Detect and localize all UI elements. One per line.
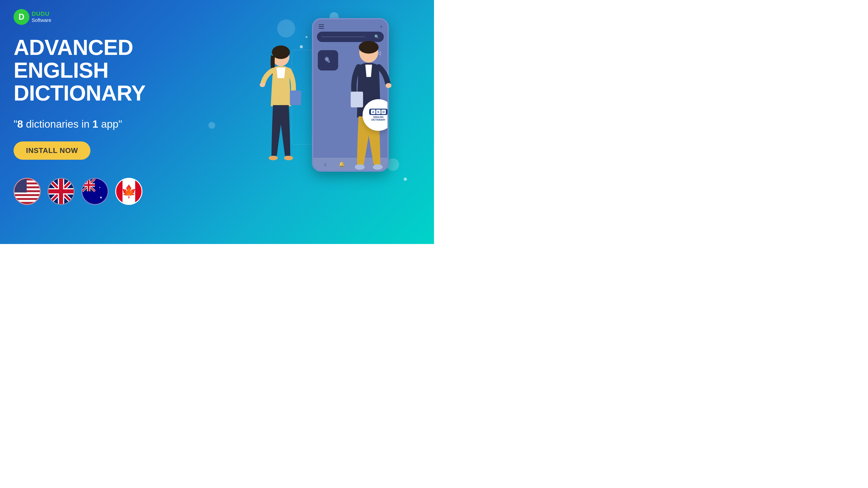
australia-flag-svg: [82, 179, 107, 204]
aed-logo: A E D: [369, 109, 388, 115]
svg-rect-40: [290, 91, 301, 105]
install-now-button[interactable]: INSTALL NOW: [13, 141, 90, 160]
svg-point-39: [284, 156, 293, 160]
svg-point-38: [269, 156, 278, 160]
svg-point-41: [260, 83, 265, 87]
background: D DUDU Software ADVANCED ENGLISH DICTION…: [0, 0, 434, 244]
aed-letter-d: D: [381, 109, 386, 114]
logo: D DUDU Software: [13, 9, 51, 25]
flag-australia: [81, 178, 108, 205]
svg-rect-18: [59, 179, 63, 204]
svg-rect-33: [116, 179, 142, 204]
right-content: › 🔍 ◁: [195, 0, 434, 244]
logo-letter: D: [19, 12, 24, 22]
tagline-num2: 1: [92, 118, 98, 130]
flags-row: 🍁: [13, 178, 183, 205]
uk-flag-svg: [49, 179, 74, 204]
svg-point-45: [373, 164, 383, 170]
svg-point-44: [355, 164, 365, 170]
logo-icon: D: [13, 9, 29, 25]
tagline-prefix: ": [13, 118, 17, 130]
svg-rect-5: [14, 196, 40, 198]
aed-text-dictionary: DICTIONARY: [371, 119, 385, 121]
tagline: "8 dictionaries in 1 app": [13, 118, 183, 130]
flag-uk: [48, 178, 74, 205]
brand-subtitle: Software: [32, 18, 51, 23]
svg-point-43: [359, 41, 379, 54]
tagline-suffix: app": [98, 118, 122, 130]
main-title: ADVANCED ENGLISH DICTIONARY: [13, 36, 183, 104]
title-line1: ADVANCED: [13, 35, 133, 59]
logo-text: DUDU Software: [32, 10, 51, 24]
flag-canada: 🍁: [115, 178, 143, 205]
svg-rect-46: [350, 92, 363, 107]
aed-letter-e: E: [376, 109, 381, 114]
brand-name: DUDU: [32, 10, 51, 18]
aed-text-english: ENGLISH: [373, 116, 383, 119]
tagline-mid: dictionaries in: [23, 118, 92, 130]
tagline-num1: 8: [17, 118, 23, 130]
woman-figure: [260, 45, 301, 160]
canada-flag-clip: [116, 179, 142, 204]
svg-rect-6: [14, 200, 40, 202]
svg-rect-29: [88, 179, 90, 191]
svg-point-32: [116, 179, 142, 204]
illustration-svg: [195, 0, 434, 244]
left-content: ADVANCED ENGLISH DICTIONARY "8 dictionar…: [13, 36, 183, 205]
aed-letter-a: A: [371, 109, 375, 114]
canton: [14, 179, 26, 192]
svg-rect-4: [14, 192, 40, 194]
flag-usa: [13, 178, 41, 205]
svg-point-47: [385, 83, 392, 88]
title-line2: ENGLISH DICTIONARY: [13, 58, 146, 105]
